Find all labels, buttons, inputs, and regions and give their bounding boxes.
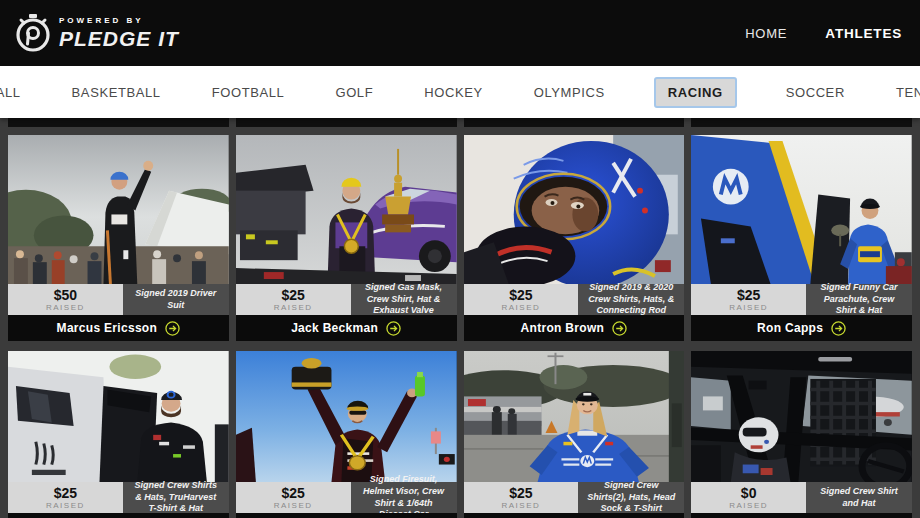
- card-footer[interactable]: Antron Brown: [464, 315, 685, 341]
- athlete-card[interactable]: $25 RAISED Signed Gas Mask, Crew Shirt, …: [236, 135, 457, 341]
- filter-hockey[interactable]: HOCKEY: [422, 79, 485, 106]
- athlete-photo: [8, 351, 229, 482]
- raised-cell: $25 RAISED: [8, 482, 123, 513]
- item-description: Signed Crew Shirts(2), Hats, Head Sock &…: [578, 482, 684, 513]
- pledge-it-logo[interactable]: POWERED BY PLEDGE IT: [14, 12, 179, 54]
- raised-label: RAISED: [729, 502, 768, 510]
- filter-soccer[interactable]: SOCCER: [784, 79, 847, 106]
- card-stub: [691, 118, 912, 127]
- card-footer[interactable]: [464, 513, 685, 518]
- card-info: $25 RAISED Signed Gas Mask, Crew Shirt, …: [236, 284, 457, 315]
- raised-cell: $25 RAISED: [464, 284, 579, 315]
- filter-tennis[interactable]: TENNIS: [894, 79, 920, 106]
- raised-label: RAISED: [274, 502, 313, 510]
- card-info: $25 RAISED Signed Crew Shirts & Hats, Tr…: [8, 482, 229, 513]
- card-info: $0 RAISED Signed Crew Shirt and Hat: [691, 482, 912, 513]
- raised-cell: $25 RAISED: [236, 482, 351, 513]
- athlete-photo: [464, 135, 685, 284]
- item-description: Signed Crew Shirts & Hats, TruHarvest T-…: [123, 482, 229, 513]
- athlete-photo: [691, 351, 912, 482]
- nav-athletes[interactable]: ATHLETES: [825, 26, 902, 41]
- athlete-card[interactable]: $25 RAISED Signed 2019 & 2020 Crew Shirt…: [464, 135, 685, 341]
- brand-name: PLEDGE IT: [59, 28, 179, 49]
- filter-golf[interactable]: GOLF: [333, 79, 375, 106]
- card-stub: [236, 118, 457, 127]
- stopwatch-icon: [14, 12, 52, 54]
- athlete-photo: [464, 351, 685, 482]
- card-row-1: $50 RAISED Signed 2019 Driver Suit Marcu…: [8, 135, 912, 341]
- athlete-grid: $50 RAISED Signed 2019 Driver Suit Marcu…: [0, 118, 920, 518]
- athlete-card[interactable]: $0 RAISED Signed Crew Shirt and Hat: [691, 351, 912, 518]
- athlete-name: Jack Beckman: [291, 321, 378, 335]
- card-footer[interactable]: [691, 513, 912, 518]
- raised-label: RAISED: [46, 304, 85, 312]
- card-footer[interactable]: Jack Beckman: [236, 315, 457, 341]
- raised-label: RAISED: [274, 304, 313, 312]
- raised-cell: $0 RAISED: [691, 482, 806, 513]
- item-description: Signed Crew Shirt and Hat: [806, 482, 912, 513]
- filter-racing[interactable]: RACING: [654, 77, 737, 108]
- arrow-circle-right-icon: [831, 321, 846, 336]
- card-footer[interactable]: [236, 513, 457, 518]
- raised-amount: $0: [741, 486, 757, 500]
- raised-label: RAISED: [729, 304, 768, 312]
- item-description: Signed Firesuit, Helmet Visor, Crew Shir…: [351, 482, 457, 513]
- athlete-photo: [8, 135, 229, 284]
- raised-amount: $25: [509, 486, 532, 500]
- card-info: $25 RAISED Signed Funny Car Parachute, C…: [691, 284, 912, 315]
- card-footer[interactable]: Marcus Ericsson: [8, 315, 229, 341]
- filter-football[interactable]: FOOTBALL: [210, 79, 287, 106]
- nav-home[interactable]: HOME: [745, 26, 787, 41]
- athlete-photo: [236, 135, 457, 284]
- athlete-photo: [236, 351, 457, 482]
- raised-cell: $25 RAISED: [691, 284, 806, 315]
- athlete-card[interactable]: $50 RAISED Signed 2019 Driver Suit Marcu…: [8, 135, 229, 341]
- raised-amount: $25: [54, 486, 77, 500]
- arrow-circle-right-icon: [165, 321, 180, 336]
- powered-by-label: POWERED BY: [59, 17, 179, 25]
- sport-filter-bar: ALL BASEBALL BASKETBALL FOOTBALL GOLF HO…: [0, 66, 920, 118]
- raised-cell: $25 RAISED: [464, 482, 579, 513]
- raised-cell: $50 RAISED: [8, 284, 123, 315]
- main-nav: HOME ATHLETES: [745, 26, 906, 41]
- card-footer[interactable]: [8, 513, 229, 518]
- item-description: Signed 2019 Driver Suit: [123, 284, 229, 315]
- card-info: $50 RAISED Signed 2019 Driver Suit: [8, 284, 229, 315]
- athlete-name: Ron Capps: [757, 321, 823, 335]
- raised-amount: $25: [737, 288, 760, 302]
- item-description: Signed Gas Mask, Crew Shirt, Hat & Exhau…: [351, 284, 457, 315]
- filter-baseball[interactable]: BASEBALL: [0, 79, 23, 106]
- filter-olympics[interactable]: OLYMPICS: [532, 79, 607, 106]
- previous-row-sliver: [8, 118, 912, 127]
- card-stub: [8, 118, 229, 127]
- card-info: $25 RAISED Signed Crew Shirts(2), Hats, …: [464, 482, 685, 513]
- athlete-card[interactable]: $25 RAISED Signed Funny Car Parachute, C…: [691, 135, 912, 341]
- app-header: POWERED BY PLEDGE IT HOME ATHLETES: [0, 0, 920, 66]
- item-description: Signed Funny Car Parachute, Crew Shirt &…: [806, 284, 912, 315]
- athlete-card[interactable]: $25 RAISED Signed Crew Shirts & Hats, Tr…: [8, 351, 229, 518]
- card-row-2: $25 RAISED Signed Crew Shirts & Hats, Tr…: [8, 351, 912, 518]
- card-info: $25 RAISED Signed 2019 & 2020 Crew Shirt…: [464, 284, 685, 315]
- raised-amount: $25: [281, 486, 304, 500]
- arrow-circle-right-icon: [386, 321, 401, 336]
- athlete-card[interactable]: $25 RAISED Signed Firesuit, Helmet Visor…: [236, 351, 457, 518]
- raised-amount: $25: [509, 288, 532, 302]
- athlete-photo: [691, 135, 912, 284]
- raised-amount: $50: [54, 288, 77, 302]
- arrow-circle-right-icon: [612, 321, 627, 336]
- item-description: Signed 2019 & 2020 Crew Shirts, Hats, & …: [578, 284, 684, 315]
- athlete-card[interactable]: $25 RAISED Signed Crew Shirts(2), Hats, …: [464, 351, 685, 518]
- card-info: $25 RAISED Signed Firesuit, Helmet Visor…: [236, 482, 457, 513]
- card-footer[interactable]: Ron Capps: [691, 315, 912, 341]
- raised-label: RAISED: [501, 304, 540, 312]
- raised-label: RAISED: [46, 502, 85, 510]
- raised-label: RAISED: [501, 502, 540, 510]
- raised-cell: $25 RAISED: [236, 284, 351, 315]
- raised-amount: $25: [281, 288, 304, 302]
- athlete-name: Marcus Ericsson: [57, 321, 158, 335]
- athlete-name: Antron Brown: [521, 321, 605, 335]
- card-stub: [464, 118, 685, 127]
- filter-basketball[interactable]: BASKETBALL: [70, 79, 163, 106]
